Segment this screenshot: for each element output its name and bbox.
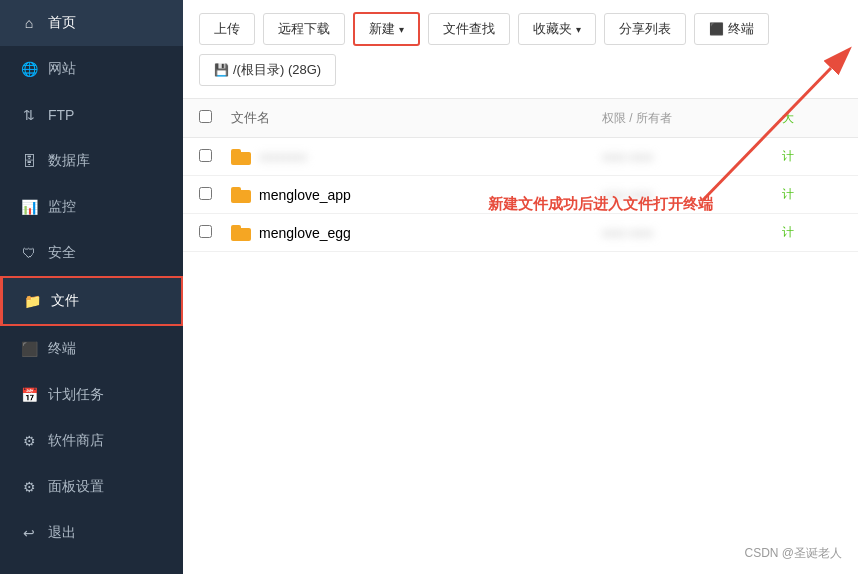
sidebar-item-home[interactable]: ⌂ 首页 [0, 0, 183, 46]
select-all-checkbox[interactable] [199, 110, 212, 123]
sidebar-item-website[interactable]: 🌐 网站 [0, 46, 183, 92]
annotation-text: 新建文件成功后进入文件打开终端 [488, 195, 713, 214]
terminal-small-icon: ⬛ [709, 22, 724, 36]
main-content: 上传 远程下载 新建 ▾ 文件查找 收藏夹 ▾ 分享列表 ⬛ 终端 💾 /(根目… [183, 0, 858, 574]
root-dir-button[interactable]: 💾 /(根目录) (28G) [199, 54, 336, 86]
new-chevron-icon: ▾ [399, 24, 404, 35]
folder-icon [231, 149, 251, 165]
file-size-2: 计 [782, 186, 842, 203]
row-checkbox-2[interactable] [199, 187, 212, 200]
sidebar-item-cron[interactable]: 📅 计划任务 [0, 372, 183, 418]
sidebar-item-database[interactable]: 🗄 数据库 [0, 138, 183, 184]
upload-button[interactable]: 上传 [199, 13, 255, 45]
table-header: 文件名 权限 / 所有者 大 [183, 99, 858, 138]
store-icon: ⚙ [20, 432, 38, 450]
terminal-icon: ⬛ [20, 340, 38, 358]
sidebar-item-panel-settings[interactable]: ⚙ 面板设置 [0, 464, 183, 510]
sidebar-item-monitor[interactable]: 📊 监控 [0, 184, 183, 230]
file-name-2: menglove_app [259, 187, 351, 203]
remote-download-button[interactable]: 远程下载 [263, 13, 345, 45]
file-perm-3: xxxx xxxx [602, 226, 782, 240]
sidebar-item-terminal[interactable]: ⬛ 终端 [0, 326, 183, 372]
favorites-button[interactable]: 收藏夹 ▾ [518, 13, 596, 45]
file-name-3: menglove_egg [259, 225, 351, 241]
calendar-icon: 📅 [20, 386, 38, 404]
folder-icon [231, 225, 251, 241]
toolbar: 上传 远程下载 新建 ▾ 文件查找 收藏夹 ▾ 分享列表 ⬛ 终端 💾 /(根目… [183, 0, 858, 99]
watermark: CSDN @圣诞老人 [744, 545, 842, 562]
file-search-button[interactable]: 文件查找 [428, 13, 510, 45]
row-checkbox-3[interactable] [199, 225, 212, 238]
new-button[interactable]: 新建 ▾ [353, 12, 420, 46]
folder-icon [231, 187, 251, 203]
sidebar-item-ftp[interactable]: ⇅ FTP [0, 92, 183, 138]
shield-icon: 🛡 [20, 244, 38, 262]
database-icon: 🗄 [20, 152, 38, 170]
settings-icon: ⚙ [20, 478, 38, 496]
sidebar-item-logout[interactable]: ↩ 退出 [0, 510, 183, 556]
monitor-icon: 📊 [20, 198, 38, 216]
file-size-3: 计 [782, 224, 842, 241]
table-row[interactable]: xxxxxxxx xxxx xxxx 计 [183, 138, 858, 176]
logout-icon: ↩ [20, 524, 38, 542]
sidebar-item-store[interactable]: ⚙ 软件商店 [0, 418, 183, 464]
sidebar-item-security[interactable]: 🛡 安全 [0, 230, 183, 276]
ftp-icon: ⇅ [20, 106, 38, 124]
share-list-button[interactable]: 分享列表 [604, 13, 686, 45]
favorites-chevron-icon: ▾ [576, 24, 581, 35]
disk-icon: 💾 [214, 63, 229, 77]
file-table: 文件名 权限 / 所有者 大 xxxxxxxx xxxx xxxx 计 meng… [183, 99, 858, 574]
folder-open-icon: 📁 [23, 292, 41, 310]
file-size-1: 计 [782, 148, 842, 165]
globe-icon: 🌐 [20, 60, 38, 78]
file-perm-1: xxxx xxxx [602, 150, 782, 164]
terminal-button[interactable]: ⬛ 终端 [694, 13, 769, 45]
table-row[interactable]: menglove_egg xxxx xxxx 计 [183, 214, 858, 252]
row-checkbox-1[interactable] [199, 149, 212, 162]
home-icon: ⌂ [20, 14, 38, 32]
sidebar: ⌂ 首页 🌐 网站 ⇅ FTP 🗄 数据库 📊 监控 🛡 安全 📁 文件 ⬛ 终… [0, 0, 183, 574]
file-name-1: xxxxxxxx [259, 150, 307, 164]
sidebar-item-files[interactable]: 📁 文件 [0, 276, 183, 326]
